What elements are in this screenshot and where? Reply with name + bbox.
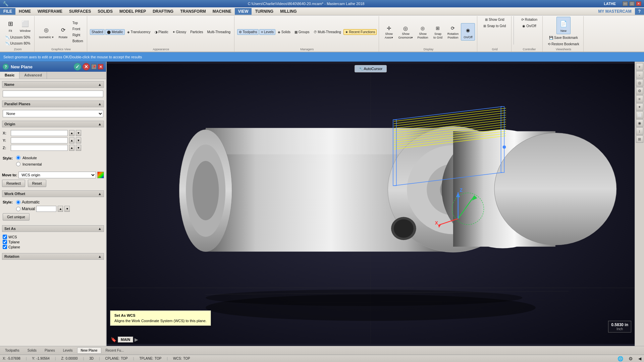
x-input[interactable]: 0.0000 <box>11 130 68 136</box>
z-input[interactable]: 0.0000 <box>11 145 68 151</box>
panel-close-btn[interactable]: ✕ <box>98 64 103 69</box>
on-off-ctrl-btn[interactable]: ◉ On/Off <box>521 23 538 29</box>
menu-item-turning[interactable]: TURNING <box>252 8 277 15</box>
menu-item-machine[interactable]: MACHINE <box>209 8 235 15</box>
reselect-button[interactable]: Reselect <box>2 180 25 187</box>
right-btn-7[interactable]: ⬜ <box>636 111 643 119</box>
right-btn-5[interactable]: ≡ <box>636 95 643 103</box>
incremental-radio[interactable] <box>16 162 20 166</box>
menu-item-view[interactable]: VIEW <box>235 8 252 15</box>
menu-item-wireframe[interactable]: WIREFRAME <box>34 8 66 15</box>
rotation-position-btn[interactable]: ⟳ RotationPosition <box>445 23 460 41</box>
status-settings-icon[interactable]: ⚙ <box>629 356 633 361</box>
automatic-radio[interactable] <box>16 200 20 204</box>
right-btn-9[interactable]: ↕ <box>636 127 643 135</box>
bottom-view-button[interactable]: Bottom <box>71 38 85 44</box>
get-unique-button[interactable]: Get unique <box>3 213 30 221</box>
menu-item-my-mastercam[interactable]: MY MASTERCAM <box>595 8 635 15</box>
levels-btn[interactable]: ≡ Levels <box>259 29 275 35</box>
new-viewsheet-btn[interactable]: 📄 New <box>556 17 571 34</box>
parallel-planes-select[interactable]: None <box>3 110 103 117</box>
show-grid-btn[interactable]: ⊞ Show Grid <box>483 17 506 22</box>
maximize-button[interactable]: □ <box>629 1 635 6</box>
right-btn-3[interactable]: ◎ <box>636 79 643 86</box>
unzoom-50-button[interactable]: 📉 Unzoom 50% <box>4 35 32 40</box>
rotation-header[interactable]: Rotation ▲ <box>2 253 104 260</box>
menu-item-model-prep[interactable]: MODEL PREP <box>116 8 149 15</box>
window-controls[interactable]: — □ ✕ <box>623 1 641 6</box>
reset-button[interactable]: Reset <box>28 180 46 187</box>
restore-bookmark-btn[interactable]: ⟲ Restore Bookmark <box>546 41 581 47</box>
right-btn-10[interactable]: ⊞ <box>636 135 643 143</box>
menu-item-surfaces[interactable]: SURFACES <box>66 8 94 15</box>
cplane-checkbox[interactable] <box>3 245 7 249</box>
cancel-button[interactable]: ✕ <box>83 63 90 70</box>
metallic-button[interactable]: ⬤ Metallic <box>105 29 125 35</box>
right-view-button[interactable]: Right <box>71 32 85 38</box>
manual-value-input[interactable]: -1 <box>36 206 56 212</box>
move-to-select[interactable]: WCS origin <box>18 172 96 178</box>
fit-button[interactable]: ⊞ Fit <box>3 17 17 34</box>
tab-basic[interactable]: Basic <box>0 72 19 79</box>
status-globe-icon[interactable]: 🌐 <box>618 356 623 361</box>
right-btn-1[interactable]: + <box>636 63 643 70</box>
ok-button[interactable]: ✓ <box>74 63 81 70</box>
window-button[interactable]: ⬜ Window <box>18 17 32 34</box>
name-section-header[interactable]: Name ▲ <box>2 81 104 88</box>
x-up-btn[interactable]: ▲ <box>69 130 74 136</box>
isometric-button[interactable]: ◎ Isometric ▾ <box>37 23 55 41</box>
wcs-checkbox[interactable] <box>3 235 7 239</box>
unzoom-80-button[interactable]: 📉 Unzoom 80% <box>4 41 32 46</box>
menu-item-solids[interactable]: SOLIDS <box>94 8 116 15</box>
name-input[interactable]: FIRST FLAT <box>3 90 103 97</box>
save-bookmark-btn[interactable]: 💾 Save Bookmark <box>547 35 579 41</box>
bottom-tab-new-plane[interactable]: New Plane <box>77 347 101 354</box>
right-btn-8[interactable]: ◉ <box>636 119 643 127</box>
z-down-btn[interactable]: ▼ <box>76 145 81 151</box>
parallel-planes-header[interactable]: Parallel Planes ▲ <box>2 101 104 107</box>
menu-item-file[interactable]: FILE <box>0 8 15 15</box>
tab-advanced[interactable]: Advanced <box>19 72 47 79</box>
y-up-btn[interactable]: ▲ <box>69 137 74 143</box>
y-down-btn[interactable]: ▼ <box>76 137 81 143</box>
panel-help-icon[interactable]: ? <box>3 64 9 70</box>
shaded-button[interactable]: Shaded <box>90 29 105 35</box>
absolute-radio[interactable] <box>16 156 20 160</box>
manual-radio[interactable] <box>16 207 20 211</box>
bottom-tab-recent-functions[interactable]: Recent Fu... <box>102 347 127 354</box>
on-off-btn[interactable]: ◉ On/Off <box>461 23 475 41</box>
plastic-button[interactable]: ◑ Plastic <box>153 29 170 35</box>
manual-up-btn[interactable]: ▲ <box>58 206 63 212</box>
recent-functions-btn[interactable]: ★ Recent Functions <box>343 29 377 35</box>
move-to-color-btn[interactable] <box>97 172 104 178</box>
translucency-button[interactable]: ◈ Translucency <box>125 29 152 35</box>
x-down-btn[interactable]: ▼ <box>76 130 81 136</box>
groups-btn[interactable]: ▦ Groups <box>293 29 311 35</box>
particles-button[interactable]: Particles <box>189 29 205 35</box>
right-btn-4[interactable]: ⚙ <box>636 87 643 95</box>
rotate-button[interactable]: ⟳ Rotate <box>56 23 70 41</box>
bottom-tab-planes[interactable]: Planes <box>41 347 59 354</box>
menu-item-home[interactable]: HOME <box>15 8 34 15</box>
tplane-checkbox[interactable] <box>3 240 7 244</box>
work-offset-header[interactable]: Work Offset ▲ <box>2 190 104 197</box>
snap-to-grid-btn[interactable]: ⊞ Snap to Grid <box>482 23 507 29</box>
toolpaths-btn[interactable]: ⚙ Toolpaths <box>237 29 259 35</box>
menu-item-milling[interactable]: MILLING <box>277 8 300 15</box>
close-button[interactable]: ✕ <box>636 1 641 6</box>
front-view-button[interactable]: Front <box>71 26 85 32</box>
menu-item-drafting[interactable]: DRAFTING <box>149 8 177 15</box>
minimize-button[interactable]: — <box>623 1 628 6</box>
show-gnomons-btn[interactable]: ◎ ShowGnomons▾ <box>396 23 415 41</box>
multi-threading-mgr-btn[interactable]: ⏱ Multi-Threading <box>312 29 343 35</box>
bottom-tab-toolpaths[interactable]: Toolpaths <box>1 347 23 354</box>
manual-down-btn[interactable]: ▼ <box>64 206 70 212</box>
glossy-button[interactable]: ✦ Glossy <box>171 29 188 35</box>
help-icon[interactable]: ? <box>635 8 644 15</box>
snap-to-grid-display-btn[interactable]: ⊞ Snapto Grid <box>431 23 445 41</box>
status-expand-icon[interactable]: ◀ <box>638 356 641 361</box>
z-up-btn[interactable]: ▲ <box>69 145 74 151</box>
menu-item-transform[interactable]: TRANSFORM <box>177 8 209 15</box>
solids-btn[interactable]: ◈ Solids <box>276 29 292 35</box>
show-axes-btn[interactable]: ✛ ShowAxes▾ <box>382 23 396 41</box>
